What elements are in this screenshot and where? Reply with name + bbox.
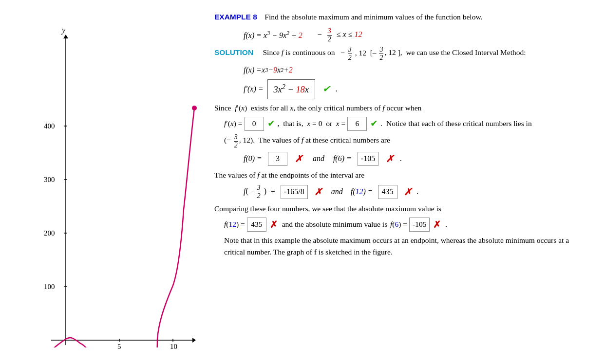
- f0-box[interactable]: 3: [268, 152, 287, 166]
- svg-rect-11: [51, 36, 197, 347]
- svg-marker-3: [63, 35, 68, 38]
- example-description: Find the absolute maximum and minimum va…: [265, 13, 482, 21]
- y-tick-200: 200: [44, 229, 55, 237]
- notice-text: . Notice that each of these critical num…: [380, 118, 531, 130]
- max-point: [192, 106, 197, 110]
- fprime-equation: f′(x) = 3x2 − 18x ✔ .: [244, 79, 590, 99]
- critical-numbers-row: f′(x) = 0 ✔ , that is, x = 0 or x = 6 ✔ …: [224, 116, 590, 131]
- svg-marker-2: [192, 338, 196, 343]
- fx-equation: f(x) = x3 − 9x2 + 2: [244, 64, 590, 76]
- check1: ✔: [267, 116, 275, 131]
- f12-box[interactable]: 435: [378, 185, 397, 199]
- interval2-row: (− 32, 12). The values of f at these cri…: [224, 133, 590, 149]
- endpoints-text: The values of f at the endpoints of the …: [214, 169, 590, 182]
- cross5: ✗: [270, 218, 278, 232]
- f6-final-box[interactable]: -105: [409, 218, 430, 232]
- period3: .: [443, 218, 447, 231]
- max-value-row: f(12) = 435 ✗ and the absolute minimum v…: [224, 218, 590, 232]
- solution-text2: we can use the Closed Interval Method:: [406, 49, 526, 57]
- cross2: ✗: [386, 152, 394, 166]
- period1: .: [400, 153, 402, 165]
- f12-final-label: f(12) =: [224, 218, 245, 231]
- cross1: ✗: [295, 152, 302, 166]
- function-equation: f(x) = x3 − 9x2 + 2: [244, 29, 302, 42]
- y-axis-label: y: [61, 26, 66, 35]
- fprime-label: f′(x) =: [224, 118, 243, 130]
- and2: and: [327, 186, 347, 198]
- f0-label: f(0) =: [244, 153, 262, 165]
- f6-label: f(6) =: [333, 153, 352, 165]
- check-fprime: ✔: [322, 82, 330, 96]
- fprime-boxed: 3x2 − 18x: [267, 79, 315, 99]
- check2: ✔: [370, 116, 378, 131]
- f-neg32-label: f⁡(− 32 ) =: [244, 184, 276, 200]
- example-header: EXAMPLE 8 Find the absolute maximum and …: [214, 11, 590, 23]
- constant-2: 2: [299, 31, 302, 39]
- function-graph: x y 5 10 100 200 300 400 −100: [12, 14, 197, 355]
- main-equation-block: f(x) = x3 − 9x2 + 2 − 3 2 ≤ x ≤ 12: [244, 27, 590, 43]
- f6-final-label: f(6) =: [388, 218, 407, 231]
- critical-values-row: f(0) = 3 ✗ and f(6) = -105 ✗ .: [244, 152, 590, 166]
- interval-bracket: − 3 2 , 12: [340, 49, 368, 57]
- note-body: Note that in this example the absolute m…: [224, 236, 569, 256]
- period2: .: [417, 186, 419, 198]
- graph-panel: x y 5 10 100 200 300 400 −100: [0, 0, 205, 364]
- example-label: EXAMPLE 8: [214, 13, 257, 21]
- content-panel: EXAMPLE 8 Find the absolute maximum and …: [205, 0, 605, 364]
- x-val-box[interactable]: 6: [347, 117, 367, 131]
- y-tick-100: 100: [44, 283, 55, 291]
- interval-expression: − 3 2 ≤ x ≤ 12: [317, 27, 362, 43]
- y-tick-400: 400: [44, 122, 55, 130]
- f-neg32-box[interactable]: -165/8: [281, 185, 308, 199]
- fprime-answer-box[interactable]: 0: [245, 117, 264, 131]
- comparing-text: Comparing these four numbers, we see tha…: [214, 203, 590, 215]
- solution-label: SOLUTION: [214, 49, 253, 57]
- x-tick-5: 5: [117, 343, 121, 350]
- that-is-text: , that is, x = 0 or x =: [278, 118, 346, 130]
- x-tick-10: 10: [170, 343, 177, 350]
- cross4: ✗: [404, 185, 412, 200]
- note-text: Note that in this example the absolute m…: [224, 235, 590, 259]
- solution-text: Since f is continuous on: [263, 49, 335, 57]
- f6-box[interactable]: -105: [358, 152, 378, 166]
- open-paren: (: [224, 136, 227, 145]
- solution-line: SOLUTION Since f is continuous on − 3 2 …: [214, 46, 590, 61]
- since-fprime: Since f′(x) exists for all x, the only c…: [214, 102, 590, 114]
- and1: and: [309, 153, 328, 165]
- cross3: ✗: [314, 185, 322, 200]
- f12-label: f(12) =: [351, 186, 373, 198]
- endpoint-values-row: f⁡(− 32 ) = -165/8 ✗ and f(12) = 435 ✗ .: [244, 184, 590, 200]
- y-tick-300: 300: [44, 176, 55, 183]
- and3: and the absolute minimum value is: [280, 218, 387, 231]
- cross6: ✗: [433, 218, 441, 232]
- f12-final-box[interactable]: 435: [247, 218, 266, 232]
